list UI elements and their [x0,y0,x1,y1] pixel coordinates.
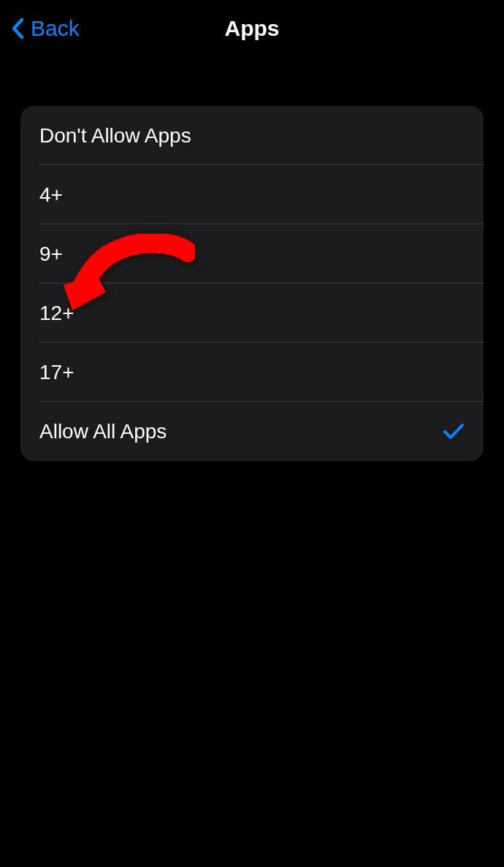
option-label: 17+ [39,361,75,384]
option-allow-all-apps[interactable]: Allow All Apps [20,402,484,461]
back-button[interactable]: Back [10,16,80,41]
option-4-plus[interactable]: 4+ [20,165,484,224]
back-label: Back [31,16,80,41]
option-9-plus[interactable]: 9+ [20,224,484,283]
option-dont-allow-apps[interactable]: Don't Allow Apps [20,106,484,165]
checkmark-icon [443,423,465,440]
nav-header: Back Apps [0,0,504,51]
option-17-plus[interactable]: 17+ [20,343,484,402]
option-label: 4+ [39,183,63,207]
chevron-left-icon [10,17,25,40]
option-label: 12+ [39,302,75,325]
option-label: Allow All Apps [39,420,167,443]
option-12-plus[interactable]: 12+ [20,283,484,343]
option-label: Don't Allow Apps [39,124,191,148]
option-label: 9+ [39,242,63,266]
options-list: Don't Allow Apps 4+ 9+ 12+ 17+ Allow All… [20,106,484,461]
page-title: Apps [225,16,280,41]
